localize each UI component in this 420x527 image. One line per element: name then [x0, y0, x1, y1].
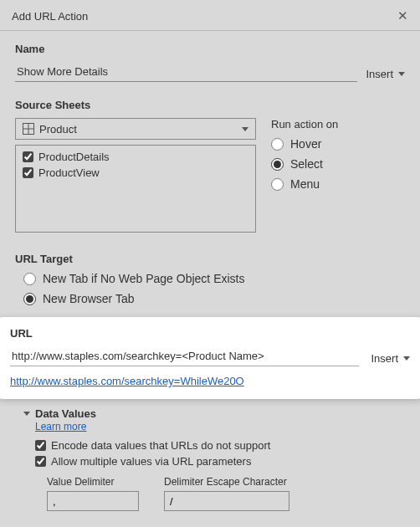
source-selected: Product [39, 123, 77, 136]
name-insert-button[interactable]: Insert [366, 66, 405, 82]
value-delimiter-input[interactable] [47, 491, 139, 511]
name-label: Name [15, 43, 405, 55]
encode-checkbox[interactable] [35, 440, 46, 451]
caret-down-icon [403, 356, 410, 361]
url-input[interactable] [10, 346, 359, 366]
value-delimiter-label: Value Delimiter [47, 476, 139, 488]
dashboard-icon [23, 123, 34, 135]
url-label: URL [10, 327, 410, 340]
close-icon[interactable]: ✕ [394, 7, 412, 25]
run-action-label: Run action on [271, 118, 405, 130]
caret-down-icon [242, 127, 248, 131]
data-values-header[interactable]: Data Values [23, 407, 405, 420]
list-item: ProductView [23, 166, 248, 179]
url-insert-label: Insert [371, 352, 398, 365]
escape-input[interactable] [164, 491, 289, 511]
source-item-checkbox[interactable] [23, 167, 33, 178]
dialog-title: Add URL Action [12, 10, 88, 23]
run-radio[interactable] [271, 178, 284, 191]
escape-label: Delimiter Escape Character [164, 476, 289, 488]
encode-checkbox-row: Encode data values that URLs do not supp… [35, 439, 405, 452]
url-target-radio[interactable] [23, 273, 36, 285]
run-radio[interactable] [271, 138, 284, 151]
url-preview-link[interactable]: http://www.staples.com/searchkey=WhileWe… [10, 375, 244, 387]
url-target-label: URL Target [15, 253, 405, 265]
list-item: ProductDetails [23, 151, 248, 163]
url-target-option[interactable]: New Browser Tab [23, 292, 405, 305]
source-listbox[interactable]: ProductDetails ProductView [15, 145, 256, 233]
run-option-hover[interactable]: Hover [271, 137, 405, 151]
run-option-label: Select [290, 157, 323, 171]
source-item-label: ProductDetails [38, 151, 110, 163]
source-sheets-label: Source Sheets [15, 99, 405, 111]
url-target-radio[interactable] [23, 293, 36, 305]
url-target-option[interactable]: New Tab if No Web Page Object Exists [23, 272, 405, 285]
allow-multi-label: Allow multiple values via URL parameters [51, 455, 251, 468]
caret-down-icon [398, 72, 405, 76]
run-option-label: Hover [290, 137, 321, 151]
name-input[interactable] [15, 62, 357, 82]
run-option-menu[interactable]: Menu [271, 177, 405, 191]
run-radio[interactable] [271, 158, 284, 171]
url-target-option-label: New Browser Tab [43, 292, 134, 305]
chevron-down-icon [23, 412, 30, 416]
source-item-checkbox[interactable] [23, 151, 33, 162]
run-option-label: Menu [290, 177, 320, 191]
url-insert-button[interactable]: Insert [371, 350, 410, 366]
learn-more-link[interactable]: Learn more [35, 421, 86, 432]
data-values-label: Data Values [35, 407, 96, 420]
source-item-label: ProductView [38, 166, 100, 179]
run-option-select[interactable]: Select [271, 157, 405, 171]
source-dropdown[interactable]: Product [15, 118, 256, 140]
url-target-option-label: New Tab if No Web Page Object Exists [43, 272, 244, 285]
encode-label: Encode data values that URLs do not supp… [51, 439, 270, 452]
allow-multi-checkbox[interactable] [35, 456, 46, 467]
allow-multi-checkbox-row: Allow multiple values via URL parameters [35, 455, 405, 468]
name-insert-label: Insert [366, 68, 393, 80]
